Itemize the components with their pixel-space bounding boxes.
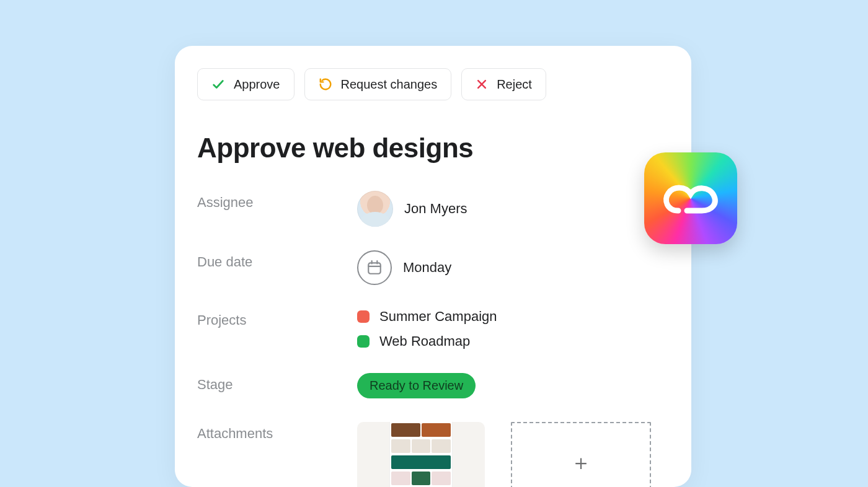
stage-label: Stage — [197, 373, 357, 393]
task-panel: Approve Request changes Reject Approve w… — [175, 46, 691, 487]
redo-icon — [319, 77, 332, 91]
attachments-field: Attachments ＋ — [197, 422, 669, 487]
projects-label: Projects — [197, 309, 357, 328]
add-attachment-dropzone[interactable]: ＋ — [511, 422, 651, 487]
svg-rect-2 — [368, 263, 381, 273]
due-date-value[interactable]: Monday — [357, 250, 451, 285]
due-date-field: Due date Monday — [197, 250, 669, 285]
stage-pill[interactable]: Ready to Review — [357, 373, 476, 398]
assignee-label: Assignee — [197, 191, 357, 211]
thumbnail-preview — [390, 422, 452, 487]
attachment-thumbnail[interactable] — [357, 422, 485, 487]
avatar — [357, 191, 393, 227]
creative-cloud-badge[interactable] — [644, 152, 737, 244]
close-icon — [476, 78, 488, 90]
task-title: Approve web designs — [197, 133, 669, 164]
due-date-label: Due date — [197, 250, 357, 270]
approve-button[interactable]: Approve — [197, 68, 294, 100]
project-color-chip — [357, 310, 370, 323]
project-name: Web Roadmap — [379, 333, 470, 349]
check-icon — [211, 77, 225, 91]
request-changes-label: Request changes — [341, 77, 438, 92]
stage-field: Stage Ready to Review — [197, 373, 669, 398]
project-name: Summer Campaign — [379, 309, 497, 325]
reject-button[interactable]: Reject — [461, 68, 546, 100]
assignee-field: Assignee Jon Myers — [197, 191, 669, 227]
creative-cloud-icon — [660, 177, 722, 220]
calendar-icon — [357, 250, 392, 285]
due-date-text: Monday — [403, 260, 451, 276]
approve-label: Approve — [234, 77, 280, 92]
assignee-name: Jon Myers — [404, 201, 467, 217]
assignee-value[interactable]: Jon Myers — [357, 191, 467, 227]
attachments-label: Attachments — [197, 422, 357, 442]
projects-field: Projects Summer Campaign Web Roadmap — [197, 309, 669, 349]
plus-icon: ＋ — [570, 452, 591, 473]
reject-label: Reject — [497, 77, 532, 92]
project-item[interactable]: Web Roadmap — [357, 333, 497, 349]
approval-actions: Approve Request changes Reject — [197, 68, 669, 100]
request-changes-button[interactable]: Request changes — [304, 68, 452, 100]
project-item[interactable]: Summer Campaign — [357, 309, 497, 325]
project-color-chip — [357, 335, 370, 348]
